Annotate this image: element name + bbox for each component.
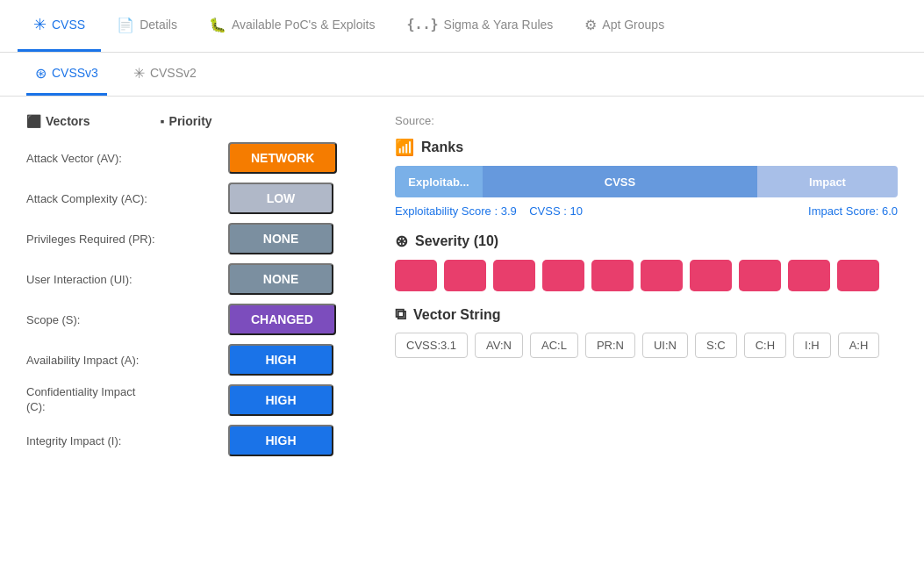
severity-dot-2 [444, 260, 486, 291]
vector-tag-2: AC:L [530, 333, 578, 358]
vector-badge-low[interactable]: LOW [228, 183, 333, 214]
vector-tag-4: UI:N [642, 333, 688, 358]
severity-dot-1 [395, 260, 437, 291]
nav-label-exploits: Available PoC's & Exploits [232, 18, 376, 32]
main-content: ⬛ Vectors ▪ Priority Attack Vector (AV):… [0, 97, 924, 483]
left-panel: ⬛ Vectors ▪ Priority Attack Vector (AV):… [26, 114, 360, 465]
vector-label-avail: Availability Impact (A): [26, 354, 228, 367]
apt-icon: ⚙ [584, 17, 597, 33]
vector-tag-6: C:H [744, 333, 786, 358]
vector-badge-conf-high[interactable]: HIGH [228, 384, 333, 416]
nav-item-apt[interactable]: ⚙ Apt Groups [569, 0, 680, 52]
priority-title: ▪ Priority [161, 114, 212, 128]
tab-cvssv3[interactable]: ⊛ CVSSv3 [26, 53, 107, 96]
vector-label-conf: CVSS:3.1 Confidentiality Impact(C): [26, 385, 228, 415]
vector-tag-7: I:H [793, 333, 831, 358]
scores-row: Exploitability Score : 3.9 CVSS : 10 Imp… [395, 204, 898, 218]
vector-badge-network[interactable]: NETWORK [228, 142, 337, 174]
vector-badge-integ-high[interactable]: HIGH [228, 425, 333, 456]
vector-tag-5: S:C [695, 333, 737, 358]
nav-label-cvss: CVSS [52, 18, 85, 32]
vectors-label: Vectors [46, 114, 90, 128]
sigma-icon: {..} [406, 17, 438, 32]
vector-row-ac: Attack Complexity (AC): LOW [26, 183, 360, 214]
vector-badge-pr-none[interactable]: NONE [228, 223, 333, 254]
sub-nav: ⊛ CVSSv3 ✳ CVSSv2 [0, 53, 924, 97]
right-panel: Source: 📶 Ranks Exploitab... CVSS Impact [395, 114, 898, 465]
asterisk-icon [33, 15, 47, 34]
top-nav: CVSS 📄 Details 🐛 Available PoC's & Explo… [0, 0, 924, 53]
nav-item-exploits[interactable]: 🐛 Available PoC's & Exploits [193, 0, 391, 52]
vector-label-integ: Integrity Impact (I): [26, 434, 228, 448]
impact-score: Impact Score: 6.0 [808, 204, 898, 218]
severity-dot-5 [591, 260, 634, 291]
source-label: Source: [395, 114, 898, 127]
vector-tag-3: PR:N [585, 333, 635, 358]
exploit-icon: 🐛 [209, 17, 226, 33]
vector-badge-ui-none[interactable]: NONE [228, 263, 333, 295]
severity-dot-9 [788, 260, 830, 291]
vector-string-icon: ⧉ [395, 305, 406, 324]
ranks-bar: Exploitab... CVSS Impact [395, 166, 898, 197]
severity-title-label: Severity (10) [415, 233, 498, 249]
vector-label-scope: Scope (S): [26, 313, 228, 326]
vector-tags: CVSS:3.1 AV:N AC:L PR:N UI:N S:C C:H I:H… [395, 333, 898, 358]
severity-dot-4 [542, 260, 584, 291]
vector-string-title: ⧉ Vector String [395, 305, 898, 324]
vector-row-scope: Scope (S): CHANGED [26, 304, 360, 335]
nav-item-details[interactable]: 📄 Details [101, 0, 193, 52]
nav-label-details: Details [140, 18, 177, 32]
vector-badge-changed[interactable]: CHANGED [228, 304, 336, 335]
ranks-section: 📶 Ranks Exploitab... CVSS Impact Exploit… [395, 138, 898, 218]
vector-label-pr: Privileges Required (PR): [26, 233, 228, 246]
severity-title: ⊛ Severity (10) [395, 232, 898, 251]
vector-row-av: Attack Vector (AV): NETWORK [26, 142, 360, 174]
nav-item-cvss[interactable]: CVSS [18, 0, 101, 52]
vector-tag-8: A:H [838, 333, 880, 358]
severity-section: ⊛ Severity (10) [395, 232, 898, 291]
vector-badge-avail-high[interactable]: HIGH [228, 344, 333, 376]
severity-dot-3 [493, 260, 535, 291]
ranks-icon: 📶 [395, 138, 414, 157]
priority-icon: ▪ [161, 114, 165, 128]
vector-row-pr: Privileges Required (PR): NONE [26, 223, 360, 254]
nav-item-sigma[interactable]: {..} Sigma & Yara Rules [390, 0, 569, 52]
vector-string-label: Vector String [413, 307, 501, 323]
vector-row-ui: User Interaction (UI): NONE [26, 263, 360, 295]
vectors-title: ⬛ Vectors [26, 114, 90, 128]
bar-exploitability: Exploitab... [395, 166, 483, 197]
vectors-header: ⬛ Vectors ▪ Priority [26, 114, 360, 128]
tab-cvssv3-label: CVSSv3 [52, 66, 98, 80]
vector-tag-1: AV:N [475, 333, 523, 358]
bar-impact: Impact [757, 166, 898, 197]
doc-icon: 📄 [117, 17, 134, 33]
tab-cvssv2[interactable]: ✳ CVSSv2 [125, 53, 205, 96]
cvssv2-icon: ✳ [133, 65, 145, 82]
vector-string-section: ⧉ Vector String CVSS:3.1 AV:N AC:L PR:N … [395, 305, 898, 358]
severity-dot-6 [641, 260, 683, 291]
vector-row-integ: Integrity Impact (I): HIGH [26, 425, 360, 456]
vector-row-conf: CVSS:3.1 Confidentiality Impact(C): HIGH [26, 384, 360, 416]
bar-cvss: CVSS [483, 166, 757, 197]
exploitability-score: Exploitability Score : 3.9 CVSS : 10 [395, 204, 583, 218]
priority-label: Priority [169, 114, 212, 128]
vector-label-ac: Attack Complexity (AC): [26, 192, 228, 205]
severity-dots [395, 260, 898, 291]
severity-icon: ⊛ [395, 232, 408, 251]
vector-tag-0: CVSS:3.1 [395, 333, 468, 358]
ranks-title-label: Ranks [421, 140, 463, 155]
nav-label-apt: Apt Groups [602, 18, 664, 32]
ranks-title: 📶 Ranks [395, 138, 898, 157]
severity-dot-10 [837, 260, 879, 291]
cvssv3-icon: ⊛ [35, 65, 47, 82]
vector-label-ui: User Interaction (UI): [26, 273, 228, 286]
vector-label-av: Attack Vector (AV): [26, 152, 228, 165]
vectors-icon: ⬛ [26, 114, 41, 128]
severity-dot-8 [739, 260, 781, 291]
vector-row-avail: Availability Impact (A): HIGH [26, 344, 360, 376]
tab-cvssv2-label: CVSSv2 [150, 66, 197, 80]
nav-label-sigma: Sigma & Yara Rules [444, 18, 554, 32]
severity-dot-7 [690, 260, 732, 291]
